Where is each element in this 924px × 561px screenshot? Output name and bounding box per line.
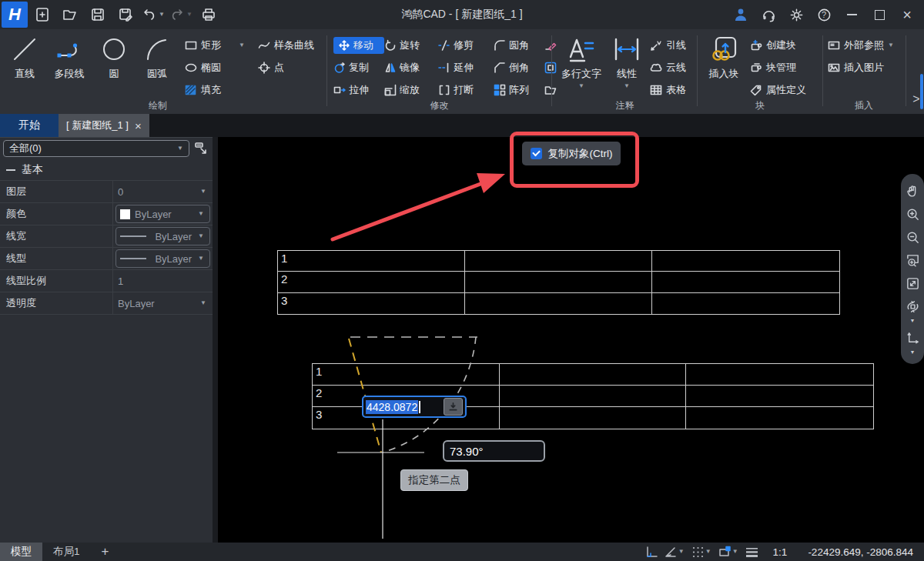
- redo-button[interactable]: ▼: [168, 3, 194, 26]
- polar-tracking-toggle[interactable]: ▼: [665, 546, 685, 559]
- table-cell: [652, 251, 839, 272]
- chamfer-tool-button[interactable]: 倒角: [494, 61, 544, 75]
- scale-tool-button[interactable]: 缩放: [384, 83, 438, 97]
- close-button[interactable]: ×: [895, 3, 919, 26]
- break-tool-button[interactable]: 打断: [438, 83, 494, 97]
- attribute-define-button[interactable]: 属性定义: [750, 78, 806, 101]
- zoom-window-button[interactable]: [904, 252, 921, 269]
- xref-button[interactable]: 外部参照▼: [828, 34, 894, 56]
- app-logo[interactable]: H: [2, 2, 28, 28]
- object-snap-toggle[interactable]: ▼: [718, 546, 738, 559]
- hatch-tool-button[interactable]: 填充: [185, 78, 245, 101]
- point-tool-button[interactable]: 点: [258, 56, 314, 78]
- xref-caret-icon[interactable]: ▼: [888, 42, 894, 48]
- extend-tool-button[interactable]: 延伸: [438, 61, 494, 75]
- color-label: 颜色: [0, 203, 112, 225]
- undo-button[interactable]: ▼: [140, 3, 166, 26]
- ortho-toggle[interactable]: [644, 546, 658, 559]
- spline-tool-button[interactable]: 样条曲线: [258, 34, 314, 56]
- pan-button[interactable]: [904, 183, 921, 200]
- line-tool-button[interactable]: 直线: [3, 29, 46, 81]
- osnap-caret-icon[interactable]: ▼: [732, 549, 738, 555]
- input-history-button[interactable]: [444, 398, 463, 416]
- polar-caret-icon[interactable]: ▼: [678, 549, 685, 555]
- mtext-caret-icon[interactable]: ▼: [578, 83, 584, 89]
- zoom-extents-button[interactable]: [904, 275, 921, 292]
- grid-snap-toggle[interactable]: ▼: [691, 546, 711, 559]
- model-tab[interactable]: 模型: [0, 543, 42, 561]
- tab-start[interactable]: 开始: [0, 114, 59, 137]
- orbit-icon: [906, 299, 920, 314]
- tab-document[interactable]: [ 新建图纸_1 ] ×: [59, 114, 149, 137]
- table-cell: 2: [278, 272, 465, 292]
- lineweight-value-dropdown[interactable]: ByLayer ▼: [116, 227, 210, 245]
- lineweight-toggle[interactable]: [745, 546, 758, 559]
- ltscale-value-field[interactable]: 1: [112, 270, 213, 292]
- linetype-value-dropdown[interactable]: ByLayer ▼: [116, 249, 210, 268]
- print-button[interactable]: [196, 3, 222, 26]
- leader-tool-button[interactable]: 引线: [650, 34, 686, 56]
- stretch-tool-button[interactable]: 拉伸: [333, 83, 384, 97]
- mirror-tool-button[interactable]: 镜像: [384, 61, 438, 75]
- redo-caret-icon[interactable]: ▼: [186, 12, 192, 18]
- add-layout-button[interactable]: +: [91, 543, 120, 561]
- ribbon-section-modify: 移动 旋转 修剪 圆角 复制 镜像 延伸 倒角 拉伸 缩放 打断 阵列 修改: [327, 29, 551, 114]
- layer-value-dropdown[interactable]: 0 ▼: [112, 181, 213, 202]
- save-as-button[interactable]: [112, 3, 139, 26]
- circle-tool-button[interactable]: 圆: [92, 29, 136, 81]
- table-cell: 1: [313, 364, 500, 386]
- transparency-value-dropdown[interactable]: ByLayer ▼: [112, 292, 213, 314]
- support-button[interactable]: [756, 3, 781, 26]
- table-cell: [686, 364, 873, 386]
- account-button[interactable]: [728, 3, 753, 26]
- maximize-button[interactable]: [867, 3, 892, 26]
- help-button[interactable]: ?: [812, 3, 836, 26]
- move-tool-button[interactable]: 移动: [333, 37, 384, 54]
- orbit-button[interactable]: [904, 298, 921, 315]
- linear-dim-tool-button[interactable]: 线性▼: [607, 29, 647, 89]
- drawing-canvas[interactable]: 1 2 3 1 2 3: [218, 137, 924, 543]
- color-value-dropdown[interactable]: ByLayer ▼: [116, 205, 210, 223]
- rectangle-tool-button[interactable]: 矩形▼: [185, 34, 245, 56]
- rotate-tool-button[interactable]: 旋转: [384, 38, 438, 52]
- rectangle-caret-icon[interactable]: ▼: [239, 42, 245, 48]
- zoom-out-button[interactable]: [904, 229, 921, 246]
- arc-tool-button[interactable]: 圆弧: [136, 29, 179, 81]
- mtext-tool-button[interactable]: 多行文字▼: [556, 29, 607, 89]
- tab-close-icon[interactable]: ×: [135, 119, 142, 132]
- dynamic-input-field[interactable]: 4428.0872: [362, 396, 467, 418]
- save-button[interactable]: [85, 3, 111, 26]
- table-tool-button[interactable]: 表格: [650, 78, 686, 101]
- grid-caret-icon[interactable]: ▼: [705, 549, 711, 555]
- orbit-caret-icon[interactable]: ▼: [910, 318, 916, 323]
- properties-section-basic[interactable]: 基本: [0, 159, 213, 181]
- trim-tool-button[interactable]: 修剪: [438, 38, 494, 52]
- zoom-in-button[interactable]: [904, 206, 921, 223]
- create-block-button[interactable]: 创建块: [750, 34, 806, 56]
- copy-checkbox[interactable]: [531, 148, 542, 159]
- settings-button[interactable]: [784, 3, 808, 26]
- axis-caret-icon[interactable]: ▼: [910, 349, 916, 355]
- insert-image-button[interactable]: 插入图片: [828, 56, 894, 78]
- polyline-tool-button[interactable]: 多段线: [46, 29, 92, 81]
- angle-input-field[interactable]: 73.90°: [443, 440, 545, 462]
- grid-snap-icon: [691, 546, 705, 559]
- block-manager-button[interactable]: 块管理: [750, 56, 806, 78]
- axis-move-button[interactable]: [904, 329, 921, 346]
- selection-filter-dropdown[interactable]: 全部(0) ▼: [3, 140, 189, 157]
- open-file-button[interactable]: [57, 3, 83, 26]
- new-file-button[interactable]: [29, 3, 55, 26]
- fillet-tool-button[interactable]: 圆角: [494, 38, 544, 52]
- ellipse-tool-button[interactable]: 椭圆: [185, 56, 245, 78]
- copy-tool-button[interactable]: 复制: [333, 61, 384, 75]
- pan-hand-icon: [906, 184, 920, 199]
- undo-caret-icon[interactable]: ▼: [159, 12, 165, 18]
- minimize-button[interactable]: [839, 3, 864, 26]
- scale-indicator[interactable]: 1:1: [773, 546, 788, 558]
- revision-cloud-tool-button[interactable]: 云线: [650, 56, 686, 78]
- linear-dim-caret-icon[interactable]: ▼: [624, 83, 630, 89]
- quick-select-button[interactable]: [192, 140, 209, 157]
- array-tool-button[interactable]: 阵列: [494, 83, 544, 97]
- insert-block-button[interactable]: 插入块: [704, 29, 744, 81]
- layout1-tab[interactable]: 布局1: [42, 543, 91, 561]
